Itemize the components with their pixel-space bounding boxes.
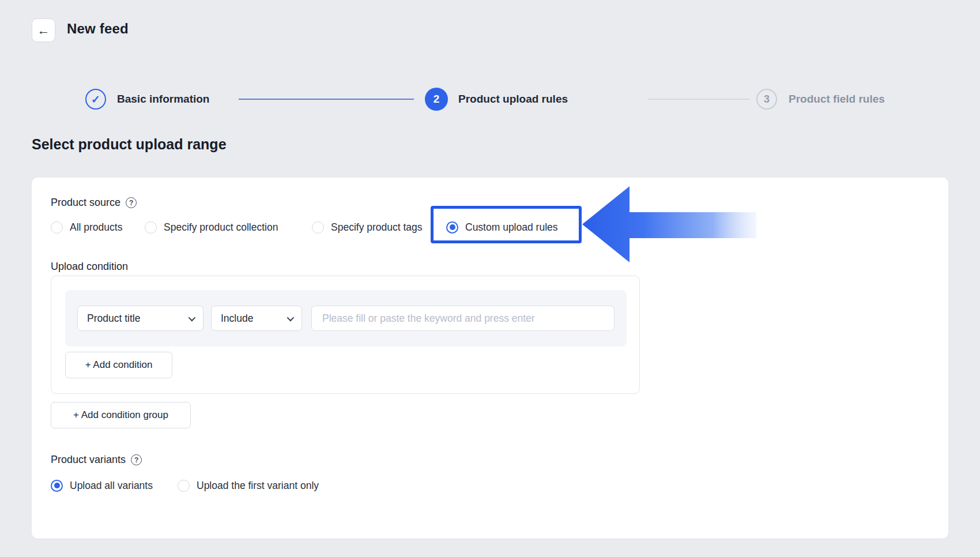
upload-condition-label-text: Upload condition — [51, 261, 128, 273]
radio-circle-icon — [51, 221, 63, 234]
radio-specify-tags[interactable]: Specify product tags — [312, 220, 423, 235]
help-icon[interactable]: ? — [131, 454, 142, 465]
product-variants-label: Product variants ? — [51, 454, 142, 466]
selected-value: Include — [221, 313, 253, 325]
radio-circle-icon — [178, 480, 190, 492]
step-1-label: Basic information — [117, 86, 209, 112]
page-title: New feed — [67, 21, 129, 37]
section-title: Select product upload range — [32, 136, 227, 153]
step-3-circle: 3 — [756, 89, 777, 110]
radio-all-products[interactable]: All products — [51, 220, 122, 235]
help-icon[interactable]: ? — [126, 197, 137, 208]
selected-value: Product title — [87, 313, 140, 325]
radio-custom-upload-rules[interactable]: Custom upload rules — [446, 220, 558, 235]
add-condition-button[interactable]: + Add condition — [65, 352, 172, 378]
product-source-label: Product source ? — [51, 197, 137, 209]
condition-field-select[interactable]: Product title — [77, 306, 203, 331]
radio-circle-icon — [312, 221, 324, 234]
product-variants-label-text: Product variants — [51, 454, 126, 466]
radio-selected-icon — [51, 480, 63, 492]
step-connector-2 — [648, 99, 749, 100]
radio-specify-collection[interactable]: Specify product collection — [145, 220, 278, 235]
radio-label: Custom upload rules — [465, 221, 558, 234]
step-3-label: Product field rules — [789, 86, 885, 112]
radio-selected-icon — [446, 221, 458, 234]
step-1-circle: ✓ — [85, 89, 106, 110]
radio-circle-icon — [145, 221, 157, 234]
step-2-label: Product upload rules — [458, 86, 568, 112]
back-arrow-icon: ← — [37, 24, 50, 37]
back-button[interactable]: ← — [32, 18, 55, 42]
add-condition-group-button[interactable]: + Add condition group — [51, 402, 191, 428]
condition-operator-select[interactable]: Include — [211, 306, 302, 331]
radio-label: Upload the first variant only — [197, 480, 319, 492]
radio-label: Specify product collection — [164, 221, 278, 234]
radio-upload-first-variant[interactable]: Upload the first variant only — [178, 478, 319, 493]
upload-condition-label: Upload condition — [51, 261, 128, 273]
callout-arrow-icon — [579, 183, 758, 264]
product-source-label-text: Product source — [51, 197, 120, 209]
radio-label: Specify product tags — [331, 221, 423, 234]
step-2-circle: 2 — [425, 88, 448, 111]
radio-label: Upload all variants — [70, 480, 153, 492]
chevron-down-icon — [189, 314, 196, 321]
condition-row: Product title Include — [65, 290, 627, 347]
radio-upload-all-variants[interactable]: Upload all variants — [51, 478, 153, 493]
keyword-input[interactable] — [311, 306, 615, 331]
wizard-stepper: ✓ Basic information 2 Product upload rul… — [0, 86, 980, 112]
upload-range-card: Product source ? All products Specify pr… — [32, 178, 948, 539]
chevron-down-icon — [287, 314, 295, 321]
radio-label: All products — [70, 221, 122, 234]
new-feed-page: ← New feed ✓ Basic information 2 Product… — [0, 0, 980, 557]
step-connector-1 — [239, 99, 414, 100]
check-icon: ✓ — [91, 93, 100, 106]
condition-group-box: Product title Include + Add condition — [51, 276, 640, 394]
